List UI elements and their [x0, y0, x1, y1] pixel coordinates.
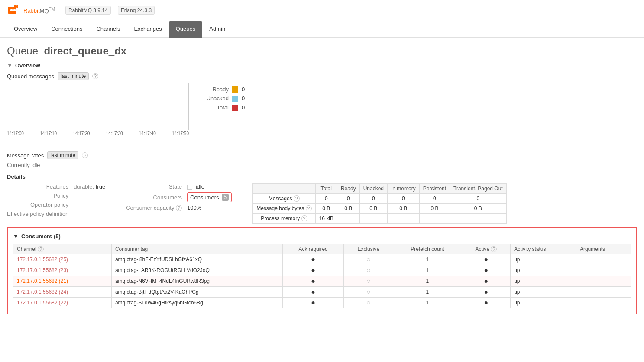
stats-messages-unacked: 0	[359, 194, 387, 204]
stats-col-persistent: Persistent	[419, 184, 450, 194]
consumer-row-1: 172.17.0.1:55682 (23) amq.ctag-LAR3K-ROG…	[13, 265, 631, 276]
th-channel: Channel ?	[13, 244, 112, 254]
bytes-help[interactable]: ?	[306, 205, 312, 211]
legend-total-label: Total	[203, 104, 229, 111]
queued-messages-help[interactable]: ?	[92, 73, 98, 79]
message-rates-row: Message rates last minute ?	[7, 151, 637, 159]
features-key: Features	[7, 183, 68, 190]
nav-queues[interactable]: Queues	[169, 21, 203, 38]
ack-dot-4: ●	[311, 299, 315, 306]
page-title: Queue direct_queue_dx	[7, 45, 637, 57]
consumer-active-2: ●	[462, 276, 511, 287]
nav-admin[interactable]: Admin	[202, 21, 232, 38]
consumer-status-4: up	[511, 298, 576, 308]
consumer-ack-1: ●	[282, 265, 344, 276]
ack-dot-2: ●	[311, 277, 315, 285]
nav-overview[interactable]: Overview	[7, 21, 44, 38]
active-help[interactable]: ?	[491, 246, 497, 252]
th-arguments: Arguments	[576, 244, 631, 254]
consumer-prefetch-0: 1	[393, 254, 462, 265]
chart-legend: Ready 0 Unacked 0 Total 0	[203, 86, 245, 111]
consumers-table: Channel ? Consumer tag Ack required Excl…	[13, 244, 631, 308]
active-dot-2: ●	[484, 277, 489, 285]
consumer-args-3	[576, 287, 631, 298]
version-info: RabbitMQ 3.9.14 Erlang 24.3.3	[65, 6, 155, 15]
th-consumer-tag: Consumer tag	[111, 244, 282, 254]
erlang-version: Erlang 24.3.3	[118, 6, 155, 15]
consumers-title: Consumers (5)	[21, 233, 61, 240]
svg-rect-2	[16, 5, 18, 8]
consumers-arrow: ▼	[13, 233, 19, 240]
consumer-capacity-help[interactable]: ?	[176, 205, 182, 211]
x-label-0: 14:17:00	[7, 131, 24, 136]
state-val: idle	[187, 183, 232, 190]
overview-toggle[interactable]: ▼ Overview	[7, 62, 637, 69]
messages-help[interactable]: ?	[294, 195, 300, 202]
message-rates-section: Message rates last minute ? Currently id…	[7, 151, 637, 168]
stats-memory-unacked	[359, 214, 387, 224]
details-middle-panel: State idle Consumers Consumers 5 Consume…	[126, 183, 232, 211]
nav-connections[interactable]: Connections	[44, 21, 89, 38]
page-title-prefix: Queue	[7, 45, 38, 57]
features-durable-val: true	[96, 183, 105, 190]
chart-container: 1.0 0.0 14:17:00 14:17:10 14:17:20 14:17…	[7, 83, 637, 144]
consumer-status-0: up	[511, 254, 576, 265]
channel-link-3[interactable]: 172.17.0.1:55682 (24)	[17, 289, 68, 295]
operator-policy-key: Operator policy	[7, 202, 68, 208]
rates-time-filter[interactable]: last minute	[47, 151, 78, 159]
stats-messages-ready: 0	[337, 194, 359, 204]
consumer-channel-1[interactable]: 172.17.0.1:55682 (23)	[13, 265, 112, 276]
channel-link-2[interactable]: 172.17.0.1:55682 (21)	[17, 278, 68, 284]
consumer-row-4: 172.17.0.1:55682 (22) amq.ctag-SLdW46gHt…	[13, 298, 631, 308]
message-rates-help[interactable]: ?	[82, 152, 88, 158]
top-bar: RabbitMQTM RabbitMQ 3.9.14 Erlang 24.3.3	[0, 0, 644, 21]
nav-channels[interactable]: Channels	[89, 21, 127, 38]
th-activity-status: Activity status	[511, 244, 576, 254]
channel-help[interactable]: ?	[38, 246, 44, 252]
exclusive-dot-0: ○	[366, 256, 371, 263]
y-label-top: 1.0	[0, 83, 0, 88]
channel-link-4[interactable]: 172.17.0.1:55682 (22)	[17, 300, 68, 306]
consumer-exclusive-0: ○	[344, 254, 393, 265]
consumer-channel-4[interactable]: 172.17.0.1:55682 (22)	[13, 298, 112, 308]
nav-exchanges[interactable]: Exchanges	[127, 21, 168, 38]
chart-box	[7, 83, 189, 130]
consumer-channel-2[interactable]: 172.17.0.1:55682 (21)	[13, 276, 112, 287]
th-exclusive: Exclusive	[344, 244, 393, 254]
stats-bytes-ready: 0 B	[337, 204, 359, 214]
memory-help[interactable]: ?	[301, 215, 307, 221]
stats-col-label	[253, 184, 315, 194]
overview-label: Overview	[15, 62, 40, 69]
consumer-prefetch-2: 1	[393, 276, 462, 287]
consumer-channel-3[interactable]: 172.17.0.1:55682 (24)	[13, 287, 112, 298]
channel-link-0[interactable]: 172.17.0.1:55682 (25)	[17, 256, 68, 263]
consumer-row-3: 172.17.0.1:55682 (24) amq.ctag-Bjtl_dQtg…	[13, 287, 631, 298]
legend-unacked-value: 0	[242, 95, 245, 102]
consumer-ack-4: ●	[282, 298, 344, 308]
consumers-section: ▼ Consumers (5) Channel ? Consumer tag A…	[7, 227, 637, 314]
consumer-row-0: 172.17.0.1:55682 (25) amq.ctag-l8hF-EzYf…	[13, 254, 631, 265]
effective-policy-key: Effective policy definition	[7, 211, 68, 217]
stats-bytes-persistent: 0 B	[419, 204, 450, 214]
channel-link-1[interactable]: 172.17.0.1:55682 (23)	[17, 267, 68, 273]
consumer-args-0	[576, 254, 631, 265]
legend-total-color	[232, 105, 238, 111]
ack-dot-1: ●	[311, 266, 315, 274]
consumer-prefetch-4: 1	[393, 298, 462, 308]
consumer-status-2: up	[511, 276, 576, 287]
chart-wrapper: 1.0 0.0 14:17:00 14:17:10 14:17:20 14:17…	[7, 83, 189, 136]
features-durable-key: durable:	[74, 183, 94, 190]
legend-unacked-color	[232, 96, 238, 102]
stats-memory-label: Process memory ?	[253, 214, 315, 224]
page-content: Queue direct_queue_dx ▼ Overview Queued …	[0, 38, 644, 321]
consumer-channel-0[interactable]: 172.17.0.1:55682 (25)	[13, 254, 112, 265]
overview-section: ▼ Overview Queued messages last minute ?…	[7, 62, 637, 144]
consumer-capacity-val: 100%	[187, 205, 232, 211]
consumer-ack-3: ●	[282, 287, 344, 298]
stats-row-messages: Messages ? 0 0 0 0 0 0	[253, 194, 507, 204]
stats-memory-ready	[337, 214, 359, 224]
consumer-args-2	[576, 276, 631, 287]
page-title-name: direct_queue_dx	[44, 45, 126, 57]
consumers-count: 5	[222, 194, 229, 201]
time-filter-btn[interactable]: last minute	[58, 72, 89, 80]
